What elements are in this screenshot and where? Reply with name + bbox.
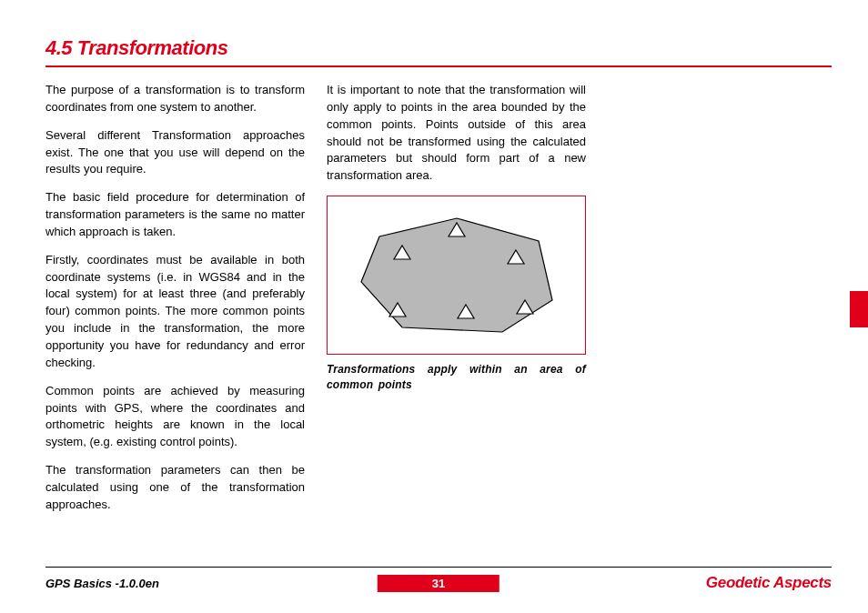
footer-page-number: 31: [378, 575, 500, 592]
paragraph: The basic field procedure for determinat…: [45, 189, 305, 241]
paragraph: Firstly, coordinates must be available i…: [45, 252, 305, 372]
column-2: It is important to note that the transfo…: [327, 82, 586, 525]
transformation-area-icon: [338, 205, 575, 346]
page-footer: GPS Basics -1.0.0en 31 Geodetic Aspects: [45, 567, 832, 593]
paragraph: The purpose of a transformation is to tr…: [45, 82, 305, 116]
section-heading: 4.5 Transformations: [45, 36, 832, 67]
paragraph: Several different Transformation approac…: [45, 127, 305, 179]
page-edge-tab: [850, 291, 868, 327]
figure-transformation-area: [327, 196, 586, 355]
footer-doc-title: GPS Basics -1.0.0en: [45, 577, 159, 590]
column-1: The purpose of a transformation is to tr…: [45, 82, 305, 525]
figure-caption: Transformations apply within an area of …: [327, 362, 586, 393]
paragraph: It is important to note that the transfo…: [327, 82, 586, 185]
body-columns: The purpose of a transformation is to tr…: [45, 82, 832, 525]
footer-rule: [45, 567, 832, 568]
paragraph: The transformation parameters can then b…: [45, 462, 305, 514]
footer-chapter-title: Geodetic Aspects: [706, 574, 832, 592]
paragraph: Common points are achieved by measuring …: [45, 383, 305, 451]
